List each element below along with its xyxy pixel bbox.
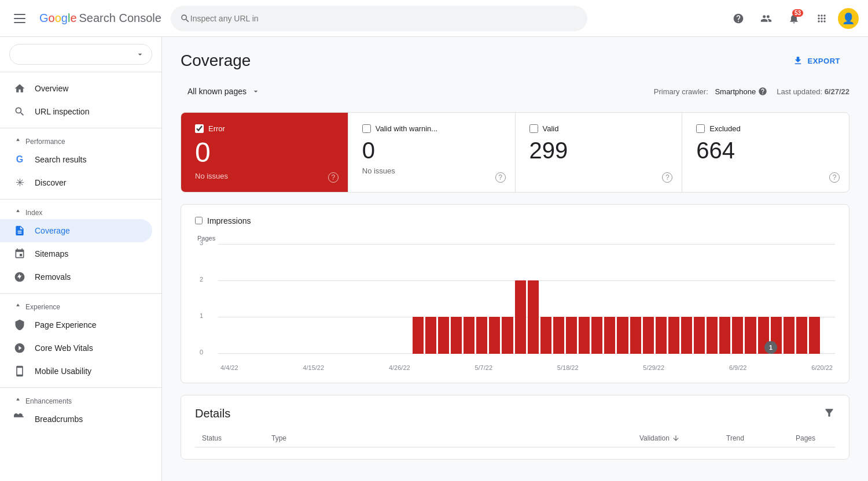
search-input[interactable]: [190, 14, 578, 23]
chart-bar[interactable]: [809, 317, 820, 353]
error-subtitle: No issues: [195, 172, 334, 180]
chart-bar[interactable]: [476, 317, 487, 353]
chart-bar[interactable]: [694, 317, 705, 353]
chart-bar[interactable]: [732, 317, 743, 353]
primary-crawler-info: Primary crawler: Smartphone: [654, 87, 767, 96]
valid-checkbox[interactable]: [529, 124, 538, 133]
chart-bar[interactable]: [489, 317, 500, 353]
chart-bar[interactable]: [643, 317, 654, 353]
topbar: Google Search Console 53 👤: [0, 0, 868, 37]
warning-help-icon[interactable]: ?: [495, 172, 506, 183]
sidebar-item-overview-label: Overview: [35, 84, 68, 93]
sidebar-section-experience[interactable]: Experience: [0, 298, 161, 313]
page-title: Coverage: [181, 51, 251, 70]
chart-bar[interactable]: [413, 317, 424, 353]
impressions-label: Impressions: [207, 216, 251, 225]
chart-bar[interactable]: [579, 317, 590, 353]
sidebar-item-sitemaps[interactable]: Sitemaps: [0, 242, 152, 265]
sidebar-section-index[interactable]: Index: [0, 204, 161, 219]
property-dropdown[interactable]: [9, 44, 152, 65]
chart-bar[interactable]: [540, 317, 551, 353]
error-help-icon[interactable]: ?: [328, 172, 339, 183]
error-card[interactable]: Error 0 No issues ?: [181, 113, 348, 192]
sidebar-item-search-results[interactable]: G Search results: [0, 148, 152, 171]
filter-dropdown[interactable]: All known pages: [181, 82, 267, 101]
warning-checkbox[interactable]: [362, 124, 371, 133]
excluded-card[interactable]: Excluded 664 ?: [682, 113, 849, 192]
sidebar-item-removals[interactable]: Removals: [0, 265, 152, 288]
chart-marker[interactable]: 1: [764, 341, 777, 354]
filter-bar: All known pages Primary crawler: Smartph…: [181, 82, 849, 101]
chart-bar[interactable]: [745, 317, 756, 353]
sidebar-section-enhancements[interactable]: Enhancements: [0, 393, 161, 408]
help-button[interactable]: [727, 7, 750, 30]
chart-container: 3 2 1 0 1 4/4/22 4/15/22 4/26/22: [218, 244, 835, 371]
sidebar-item-core-web-vitals-label: Core Web Vitals: [35, 343, 93, 353]
menu-button[interactable]: [9, 9, 30, 28]
chart-bar[interactable]: [796, 317, 807, 353]
details-filter-icon[interactable]: [823, 407, 835, 420]
error-value: 0: [195, 138, 334, 168]
chart-bar[interactable]: [451, 317, 462, 353]
chart-bar[interactable]: [668, 317, 679, 353]
chart-bar[interactable]: [502, 317, 513, 353]
chart-y-label: Pages: [197, 235, 835, 242]
avatar[interactable]: 👤: [838, 8, 859, 29]
sidebar-divider-top: [0, 72, 161, 72]
chart-bar[interactable]: [617, 317, 628, 353]
warning-card[interactable]: Valid with warnin... 0 No issues ?: [348, 113, 516, 192]
sidebar-item-overview[interactable]: Overview: [0, 77, 152, 100]
account-button[interactable]: [755, 7, 778, 30]
chart-bar[interactable]: [553, 317, 564, 353]
valid-card[interactable]: Valid 299 ?: [516, 113, 683, 192]
col-status: Status: [195, 430, 264, 447]
search-bar[interactable]: [171, 6, 587, 31]
impressions-checkbox[interactable]: [195, 217, 203, 224]
sidebar-item-page-experience[interactable]: Page Experience: [0, 313, 152, 336]
sidebar-item-url-inspection[interactable]: URL inspection: [0, 100, 152, 123]
chart-bar[interactable]: [528, 280, 539, 354]
chart-bar[interactable]: [719, 317, 730, 353]
sidebar-divider-1: [0, 128, 161, 128]
notifications-button[interactable]: 53: [782, 7, 806, 30]
breadcrumbs-icon: [14, 413, 25, 425]
error-checkbox[interactable]: [195, 124, 204, 133]
chart-bar[interactable]: [784, 317, 795, 353]
chart-bar[interactable]: [438, 317, 449, 353]
details-header: Details: [195, 407, 835, 420]
chart-bar[interactable]: [425, 317, 436, 353]
sidebar-item-core-web-vitals[interactable]: Core Web Vitals: [0, 336, 152, 360]
sidebar-item-breadcrumbs-label: Breadcrumbs: [35, 415, 83, 424]
chart-bar[interactable]: [464, 317, 475, 353]
property-selector: [9, 44, 152, 65]
coverage-icon: [14, 225, 25, 236]
sidebar-item-coverage[interactable]: Coverage: [0, 219, 152, 242]
col-pages: Pages: [789, 430, 835, 447]
excluded-help-icon[interactable]: ?: [829, 172, 840, 183]
excluded-checkbox[interactable]: [696, 124, 705, 133]
chart-bar[interactable]: [656, 317, 667, 353]
apps-button[interactable]: [810, 7, 833, 30]
chart-bar[interactable]: [591, 317, 602, 353]
chart-x-labels: 4/4/22 4/15/22 4/26/22 5/7/22 5/18/22 5/…: [218, 364, 835, 371]
col-validation[interactable]: Validation: [632, 430, 719, 447]
core-web-vitals-icon: [14, 342, 25, 354]
sidebar-item-mobile-usability[interactable]: Mobile Usability: [0, 360, 152, 383]
removals-icon: [14, 271, 25, 283]
chart-bar[interactable]: [630, 317, 641, 353]
sidebar: Overview URL inspection Performance G Se…: [0, 37, 162, 481]
export-button[interactable]: EXPORT: [784, 51, 849, 71]
chart-bar[interactable]: [681, 317, 692, 353]
chart-bar[interactable]: [604, 317, 615, 353]
chart-bar[interactable]: [566, 317, 577, 353]
topbar-actions: 53 👤: [727, 7, 859, 30]
sidebar-divider-4: [0, 387, 161, 388]
layout: Overview URL inspection Performance G Se…: [0, 37, 868, 481]
valid-help-icon[interactable]: ?: [662, 172, 672, 183]
chart-bar[interactable]: [515, 280, 526, 354]
sidebar-item-breadcrumbs[interactable]: Breadcrumbs: [0, 408, 152, 431]
sidebar-section-performance[interactable]: Performance: [0, 133, 161, 148]
sidebar-item-discover[interactable]: ✳ Discover: [0, 171, 152, 194]
chart-bar[interactable]: [707, 317, 718, 353]
chart-bars: [218, 244, 835, 354]
